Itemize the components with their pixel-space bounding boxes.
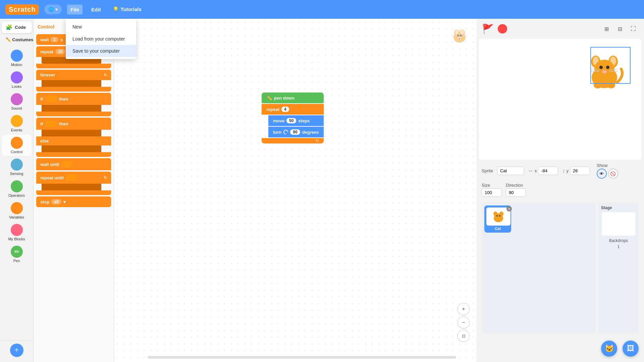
stage-view-controls: ⊞ ⊟ ⛶ xyxy=(601,23,639,34)
add-extension-icon: + xyxy=(15,346,19,354)
x-input[interactable] xyxy=(538,167,558,175)
canvas-block-repeat[interactable]: repeat 4 xyxy=(262,104,324,115)
globe-button[interactable]: 🌐 ▾ xyxy=(44,5,62,14)
block-else-label: else xyxy=(40,138,49,143)
block-forever-inner xyxy=(42,80,101,87)
svg-point-6 xyxy=(461,30,464,35)
direction-input[interactable] xyxy=(506,188,526,197)
block-if-else-inner2 xyxy=(42,145,101,152)
block-if-label: if xyxy=(40,97,43,102)
sprite-card-close-button[interactable]: ✕ xyxy=(506,206,512,212)
canvas-block-pen-down[interactable]: ✏️ pen down xyxy=(262,93,324,103)
stop-button[interactable] xyxy=(498,24,507,34)
add-extension-button[interactable]: + xyxy=(10,344,23,357)
show-visible-button[interactable]: 👁 xyxy=(597,169,607,179)
myblocks-label: My Blocks xyxy=(8,237,25,241)
stage-cat-svg xyxy=(581,49,628,93)
y-input[interactable] xyxy=(570,167,590,175)
bottom-left-bar: + xyxy=(0,341,33,359)
block-if-else-top[interactable]: if then xyxy=(36,118,111,130)
tutorials-button[interactable]: 💡 Tutorials xyxy=(109,4,145,14)
zoom-out-button[interactable]: − xyxy=(458,316,470,328)
main-layout: 🧩 Code ✏️ Costumes Motion Looks Sound xyxy=(0,19,644,362)
sidebar-item-events[interactable]: Events xyxy=(2,113,32,134)
tab-costumes[interactable]: ✏️ Costumes xyxy=(2,35,32,45)
pen-down-icon: ✏️ xyxy=(266,95,272,101)
sprite-list-container: ✕ Cat xyxy=(482,203,596,334)
block-repeat-until-top[interactable]: repeat until ↻ xyxy=(36,172,111,184)
file-menu-button[interactable]: File xyxy=(67,5,83,14)
sprite-card-name-label: Cat xyxy=(486,227,509,231)
stage-unfull-button[interactable]: ⊞ xyxy=(601,23,612,34)
script-area[interactable]: ✏️ pen down repeat 4 move 50 steps turn xyxy=(114,19,476,362)
sidebar-item-myblocks[interactable]: My Blocks xyxy=(2,222,32,243)
horizontal-scrollbar[interactable] xyxy=(148,356,456,359)
add-backdrop-button[interactable]: 🖼 xyxy=(623,341,639,357)
direction-label: Direction xyxy=(506,183,526,188)
svg-point-29 xyxy=(607,82,615,88)
sidebar-item-control[interactable]: Control xyxy=(2,135,32,156)
block-forever-top[interactable]: forever ↻ xyxy=(36,70,111,80)
sidebar-item-operators[interactable]: Operators xyxy=(2,178,32,199)
show-hidden-button[interactable]: 🚫 xyxy=(608,169,618,179)
tab-code[interactable]: 🧩 Code xyxy=(2,21,32,33)
block-if-top[interactable]: if then xyxy=(36,93,111,105)
block-stop-label: stop xyxy=(40,199,49,204)
file-save-item[interactable]: Save to your computer xyxy=(66,45,136,57)
sprite-card-cat-wrap: ✕ Cat xyxy=(484,205,511,233)
stage-split-button[interactable]: ⊟ xyxy=(614,23,625,34)
if-diamond xyxy=(44,96,58,102)
show-buttons: 👁 🚫 xyxy=(597,169,618,179)
block-wait-until-top[interactable]: wait until xyxy=(36,158,111,170)
stage-side-panel: Stage Backdrops 1 xyxy=(598,203,639,334)
sprite-card-cat[interactable]: ✕ Cat xyxy=(484,205,511,233)
zoom-fit-button[interactable]: ⊡ xyxy=(458,330,470,342)
sprite-name-input[interactable] xyxy=(497,167,524,175)
green-flag-button[interactable]: 🚩 xyxy=(482,23,494,35)
direction-group: Direction xyxy=(506,183,526,197)
block-stop[interactable]: stop all ▾ xyxy=(36,196,111,207)
sidebar-item-pen[interactable]: ✏ Pen xyxy=(9,244,24,265)
canvas-move-label: move xyxy=(273,118,284,123)
block-wait-suffix: s xyxy=(60,37,63,42)
stage-panel-title-label: Stage xyxy=(601,205,612,210)
svg-point-33 xyxy=(495,213,502,220)
svg-point-21 xyxy=(599,66,603,69)
canvas-move-suffix: steps xyxy=(298,118,310,123)
sprite-card-cat-svg xyxy=(490,210,507,223)
file-load-item[interactable]: Load from your computer xyxy=(66,33,136,45)
zoom-in-button[interactable]: + xyxy=(458,303,470,315)
block-wait-val: 1 xyxy=(51,37,58,42)
size-label: Size xyxy=(482,183,502,188)
file-new-item[interactable]: New xyxy=(66,21,136,33)
pen-label: Pen xyxy=(13,259,20,263)
block-else-middle: else xyxy=(36,136,111,145)
sidebar-item-motion[interactable]: Motion xyxy=(2,48,32,69)
sidebar-item-variables[interactable]: Variables xyxy=(2,200,32,221)
sidebar-item-sound[interactable]: Sound xyxy=(2,91,32,112)
canvas-block-turn[interactable]: turn 90 degrees xyxy=(268,127,324,137)
repeat-bottom-arrow: ↻ xyxy=(316,138,319,143)
turn-clockwise-icon xyxy=(282,129,289,135)
y-label: y xyxy=(566,168,569,173)
if-else-diamond xyxy=(44,120,58,127)
show-label: Show xyxy=(597,163,618,168)
sprite-stage-area: ✕ Cat Stage Backdrops 1 xyxy=(476,200,644,337)
blocks-panel: Control wait 1 s repeat 10 ↻ forever ↻ xyxy=(34,19,114,362)
sidebar-item-sensing[interactable]: Sensing xyxy=(2,157,32,178)
stage-thumbnail[interactable] xyxy=(602,212,635,236)
canvas-blocks-container: ✏️ pen down repeat 4 move 50 steps turn xyxy=(262,93,324,143)
add-sprite-button[interactable]: 🐱 xyxy=(601,341,617,357)
block-repeat-until-bottom xyxy=(36,190,111,195)
sidebar-item-looks[interactable]: Looks xyxy=(2,69,32,90)
stage-fullscreen-button[interactable]: ⛶ xyxy=(628,23,639,34)
canvas-turn-label: turn xyxy=(273,130,281,135)
cat-thumbnail-svg xyxy=(449,25,470,46)
canvas-block-move[interactable]: move 50 steps xyxy=(268,115,324,126)
sensing-label: Sensing xyxy=(10,172,23,176)
size-input[interactable] xyxy=(482,188,502,197)
block-if-else-if-label: if xyxy=(40,121,43,126)
edit-menu-button[interactable]: Edit xyxy=(88,5,104,14)
events-circle xyxy=(11,115,23,127)
events-label: Events xyxy=(11,128,22,132)
